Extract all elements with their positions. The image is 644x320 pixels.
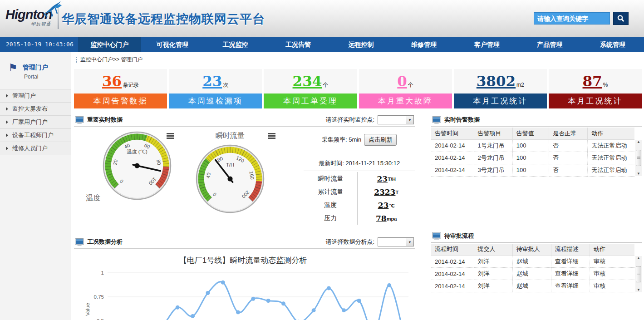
panel-title: 重要实时数据 [87, 116, 123, 124]
table-row[interactable]: 2014-02-14刘洋赵城查看详细审核 [431, 256, 634, 268]
sidebar-item-vendor-portal[interactable]: 厂家用户门户 [0, 116, 71, 129]
sidebar-item-maintainer-portal[interactable]: 维修人员门户 [0, 142, 71, 155]
panel-title: 工况数据分析 [87, 238, 123, 246]
search-button[interactable] [613, 12, 629, 25]
flow-line-chart: 00.250.50.751Value [74, 266, 412, 320]
view-detail-link[interactable]: 查看详细 [551, 256, 590, 268]
analysis-panel-header: 工况数据分析 请选择数据分析点: ▼ [74, 236, 415, 249]
stat-card-monthly-condition-pct[interactable]: 87% 本月工况统计 [549, 69, 642, 108]
stat-label: 本月工况统计 [549, 94, 642, 108]
nav-item-remote-control[interactable]: 远程控制 [329, 37, 393, 52]
stat-card-weekly-orders[interactable]: 234个 本周工单受理 [264, 69, 357, 108]
scrollbar-thumb[interactable] [636, 150, 641, 166]
audit-link[interactable]: 审核 [590, 256, 634, 268]
nav-item-maintenance[interactable]: 维修管理 [393, 37, 456, 52]
stat-value: 234 [293, 74, 322, 89]
title-divider [58, 8, 59, 29]
monitor-point-select[interactable]: ▼ [378, 115, 414, 124]
column-header: 提交人 [474, 244, 512, 256]
view-detail-link[interactable]: 查看详细 [551, 280, 590, 292]
table-row[interactable]: 2014-02-143号龙门吊100否无法正常启动 [431, 164, 634, 176]
table-header-row: 流程时间 提交人 待审批人 流程描述 动作 [431, 244, 634, 256]
stat-value: 87 [583, 74, 602, 89]
approval-table: 流程时间 提交人 待审批人 流程描述 动作 2014-02-14刘洋赵城查看详细… [431, 244, 642, 293]
flag-icon: ⚑ [8, 63, 18, 72]
panel-title: 待审批流程 [444, 232, 474, 240]
monitor-icon [75, 238, 84, 246]
stat-unit: 条记录 [123, 81, 139, 89]
nav-item-condition-alarm[interactable]: 工况告警 [267, 37, 330, 52]
nav-item-visualization[interactable]: 可视化管理 [141, 37, 204, 52]
arrow-right-icon [6, 120, 8, 124]
sidebar-item-screen-publish[interactable]: 监控大屏发布 [0, 103, 71, 116]
app-header: Hignton 华辰智通 华辰智通设备远程监控物联网云平台 [0, 0, 644, 37]
header-search [534, 12, 629, 25]
stat-card-monthly-faults[interactable]: 0个 本月重大故障 [359, 69, 452, 108]
table-row[interactable]: 2014-02-141号龙门吊100否无法正常启动 [431, 139, 634, 152]
search-input[interactable] [534, 12, 610, 25]
stat-cards-row: 36条记录 本周告警数据 23次 本周巡检漏项 234个 本周工单受理 0个 本… [74, 69, 642, 108]
dashboard-page: Hignton 华辰智通 华辰智通设备远程监控物联网云平台 2015-10 [0, 0, 644, 320]
temperature-gauge: 020406080100温度 (℃) [103, 131, 172, 200]
column-header: 告警项目 [474, 128, 512, 139]
table-row[interactable]: 2014-02-14刘洋赵城查看详细审核 [431, 280, 634, 292]
table-row[interactable]: 2014-02-14刘洋赵城查看详细审核 [431, 268, 634, 280]
audit-link[interactable]: 审核 [590, 280, 634, 292]
table-scrollbar[interactable]: ▲ ▼ [635, 140, 642, 176]
sidebar-title: 管理门户 [23, 64, 48, 72]
flow-gauge-block: 瞬时流量 04080120160200T/H [183, 128, 276, 229]
scroll-down-icon[interactable]: ▼ [637, 288, 640, 292]
arrow-right-icon [6, 133, 8, 137]
stat-card-weekly-alarms[interactable]: 36条记录 本周告警数据 [74, 69, 167, 108]
scroll-up-icon[interactable]: ▲ [637, 140, 640, 144]
sidebar-header: ⚑ 管理门户 Portal [0, 52, 71, 89]
nav-item-customers[interactable]: 客户管理 [455, 37, 518, 52]
column-header: 是否正常 [549, 128, 588, 139]
table-row[interactable]: 2014-02-142号龙门吊100否无法正常启动 [431, 152, 634, 164]
arrow-right-icon [6, 94, 8, 98]
chart-menu-icon[interactable] [167, 133, 174, 140]
table-scrollbar[interactable]: ▲ ▼ [635, 256, 642, 292]
chevron-down-icon: ▼ [406, 116, 413, 124]
sidebar-item-label: 维修人员门户 [12, 145, 48, 152]
chevron-down-icon: ▼ [406, 238, 413, 246]
stat-label: 本月工况统计 [454, 94, 547, 108]
reading-unit: mpa [387, 216, 397, 222]
stat-value: 23 [202, 74, 222, 89]
nav-item-condition-monitor[interactable]: 工况监控 [204, 37, 267, 52]
arrow-right-icon [6, 107, 8, 111]
breadcrumb-icon [76, 57, 77, 63]
stat-card-weekly-inspection[interactable]: 23次 本周巡检漏项 [169, 69, 262, 108]
analysis-point-select[interactable]: ▼ [378, 237, 414, 246]
chart-menu-icon[interactable] [268, 133, 275, 140]
reading-label: 压力 [324, 214, 337, 222]
nav-item-products[interactable]: 产品管理 [518, 37, 581, 52]
panel-title: 实时告警数据 [444, 116, 480, 124]
sidebar-item-engineer-portal[interactable]: 设备工程师门户 [0, 129, 71, 142]
antelope-logo-icon [41, 0, 64, 20]
stat-unit: 个 [323, 81, 328, 89]
stat-value: 0 [397, 74, 407, 89]
scroll-down-icon[interactable]: ▼ [637, 172, 640, 176]
monitor-icon [75, 116, 84, 124]
stat-card-monthly-condition-area[interactable]: 3802m2 本月工况统计 [454, 69, 547, 108]
scroll-up-icon[interactable]: ▲ [637, 256, 640, 260]
scrollbar-thumb[interactable] [636, 266, 641, 282]
audit-link[interactable]: 审核 [590, 268, 634, 280]
reading-value: 23 [378, 201, 389, 210]
chart-title: 【电厂1号线】瞬时流量动态监测分析 [74, 255, 412, 266]
svg-text:0.75: 0.75 [94, 294, 104, 300]
column-header: 动作 [588, 128, 634, 139]
site-title: 华辰智通设备远程监控物联网云平台 [62, 11, 265, 27]
refresh-button[interactable]: 点击刷新 [364, 134, 397, 146]
nav-item-system[interactable]: 系统管理 [581, 37, 644, 52]
monitor-point-label: 请选择实时监控点: [325, 116, 374, 124]
view-detail-link[interactable]: 查看详细 [551, 268, 590, 280]
sidebar-item-label: 厂家用户门户 [12, 118, 48, 125]
sidebar-subtitle: Portal [24, 74, 71, 80]
sidebar-item-admin-portal[interactable]: 管理门户 [0, 89, 71, 103]
nav-menu: 监控中心门户 可视化管理 工况监控 工况告警 远程控制 维修管理 客户管理 产品… [78, 37, 644, 52]
table-header-row: 告警时间 告警项目 告警值 是否正常 动作 [431, 128, 634, 139]
column-header: 告警时间 [431, 128, 474, 139]
nav-item-monitor-center[interactable]: 监控中心门户 [78, 37, 141, 52]
